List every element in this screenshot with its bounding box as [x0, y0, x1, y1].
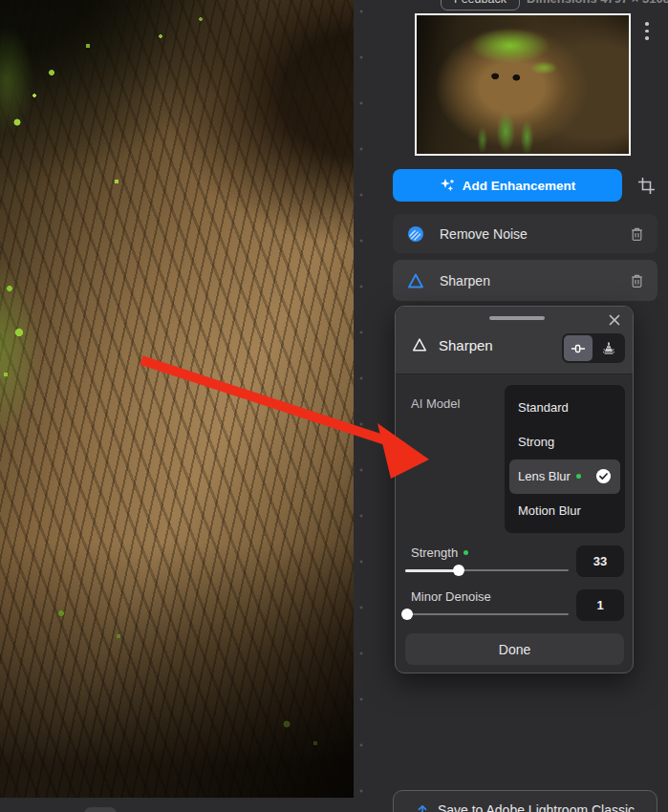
ai-model-option-strong[interactable]: Strong	[509, 424, 620, 459]
enhancement-label: Remove Noise	[440, 226, 615, 242]
mask-brush-toggle[interactable]	[594, 335, 623, 361]
denoise-icon	[406, 224, 425, 244]
trash-icon[interactable]	[630, 273, 644, 288]
save-label: Save to Adobe Lightroom Classic	[438, 802, 635, 812]
strength-label: Strength	[411, 545, 468, 560]
dimensions-label: Dimensions 4797 × 3108	[527, 0, 668, 6]
drag-handle[interactable]	[489, 316, 545, 320]
strength-slider	[405, 565, 569, 576]
bottom-toolbar-button[interactable]	[84, 807, 117, 812]
option-label: Standard	[518, 400, 569, 415]
check-circle-icon	[595, 468, 612, 484]
sliders-icon	[571, 341, 586, 356]
modified-dot	[576, 474, 581, 479]
sharpen-triangle-icon	[406, 271, 425, 290]
sharpen-settings-popup: Sharpen	[395, 306, 634, 673]
option-label: Strong	[518, 435, 554, 449]
sparkles-icon	[440, 178, 455, 193]
ai-model-option-motion-blur[interactable]: Motion Blur	[509, 494, 620, 528]
minor-denoise-slider	[405, 609, 569, 620]
navigator-thumbnail-image	[417, 15, 629, 154]
panel-divider-dots	[359, 0, 363, 798]
minor-denoise-value-field[interactable]: 1	[576, 589, 624, 621]
ai-model-option-lens-blur[interactable]: Lens Blur	[509, 459, 620, 494]
navigator-thumbnail[interactable]	[415, 13, 631, 156]
option-label: Lens Blur	[518, 469, 571, 483]
feedback-label: Feedback	[454, 0, 506, 6]
popup-header: Sharpen	[396, 307, 633, 374]
ai-model-label: AI Model	[411, 396, 460, 411]
mask-brush-icon	[601, 341, 616, 356]
ai-model-options-list: Standard Strong Lens Blur Motion Blur	[505, 385, 625, 533]
ai-model-option-standard[interactable]: Standard	[509, 390, 620, 424]
popup-title: Sharpen	[439, 337, 493, 353]
add-enhancement-label: Add Enhancement	[463, 179, 576, 193]
feedback-button[interactable]: Feedback	[441, 0, 520, 11]
kebab-menu-icon[interactable]	[641, 22, 653, 40]
crop-button[interactable]	[632, 171, 660, 200]
enhancement-row-sharpen[interactable]: Sharpen	[393, 260, 657, 301]
main-photo-canvas[interactable]	[0, 0, 354, 798]
done-button[interactable]: Done	[405, 633, 624, 665]
slider-track[interactable]	[405, 569, 569, 571]
crop-icon	[637, 177, 656, 195]
photo-vignette	[0, 0, 354, 798]
upload-arrow-icon	[416, 803, 429, 812]
view-toggle-group	[562, 333, 625, 363]
strength-value-field[interactable]: 33	[576, 545, 624, 577]
close-icon[interactable]	[604, 310, 625, 331]
save-to-lightroom-button[interactable]: Save to Adobe Lightroom Classic	[393, 790, 657, 812]
enhancement-label: Sharpen	[440, 273, 615, 288]
trash-icon[interactable]	[630, 226, 644, 242]
add-enhancement-button[interactable]: Add Enhancement	[393, 169, 622, 202]
slider-thumb[interactable]	[453, 565, 464, 576]
sharpen-triangle-icon	[411, 336, 428, 353]
slider-fill	[405, 569, 459, 572]
photo-editor-window: Feedback Dimensions 4797 × 3108 Add Enha…	[0, 0, 668, 812]
modified-dot	[463, 550, 468, 555]
option-label: Motion Blur	[518, 503, 581, 518]
slider-thumb[interactable]	[401, 609, 413, 620]
slider-track[interactable]	[405, 613, 569, 615]
minor-denoise-label: Minor Denoise	[411, 589, 491, 604]
sliders-toggle[interactable]	[564, 335, 593, 361]
enhancement-row-remove-noise[interactable]: Remove Noise	[393, 214, 657, 253]
